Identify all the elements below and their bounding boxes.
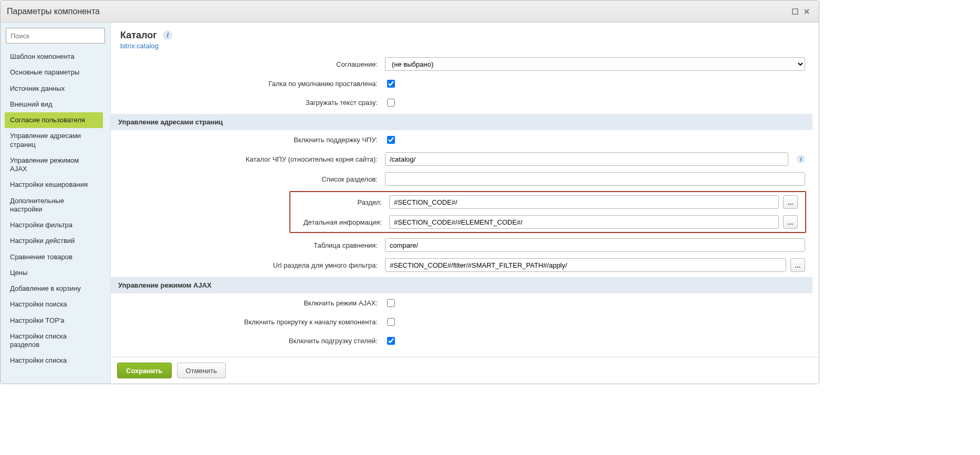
label-sections: Список разделов: (118, 175, 385, 183)
sidebar-item-1[interactable]: Основные параметры (5, 65, 103, 80)
label-agreement: Соглашение: (118, 60, 385, 68)
footer: Сохранить Отменить (111, 357, 819, 384)
sidebar-item-8[interactable]: Дополнительные настройки (5, 193, 103, 218)
sidebar-item-5[interactable]: Управление адресами страниц (5, 128, 103, 153)
page-title: Каталог (120, 30, 157, 41)
row-smart-filter: Url раздела для умного фильтра: ... (111, 255, 812, 275)
sidebar-item-6[interactable]: Управление режимом AJAX (5, 153, 103, 177)
main: Каталог i bitrix:catalog Соглашение: (не… (111, 23, 819, 384)
sidebar-item-9[interactable]: Настройки фильтра (5, 217, 103, 233)
sef-enable-checkbox[interactable] (387, 136, 395, 144)
row-ajax-styles: Включить подгрузку стилей: (111, 331, 812, 350)
label-smart-filter: Url раздела для умного фильтра: (118, 261, 385, 269)
titlebar: Параметры компонента (1, 1, 819, 23)
label-load-immediately: Загружать текст сразу: (118, 99, 385, 107)
row-sections: Список разделов: (111, 169, 812, 189)
sidebar-item-3[interactable]: Внешний вид (5, 97, 103, 112)
search-box (6, 28, 105, 44)
smart-filter-input[interactable] (385, 258, 786, 272)
row-section: Раздел: ... (290, 192, 805, 212)
label-compare: Таблица сравнения: (118, 241, 385, 249)
label-ajax-enable: Включить режим AJAX: (118, 299, 385, 307)
load-immediately-checkbox[interactable] (387, 99, 395, 107)
sidebar-item-11[interactable]: Сравнение товаров (5, 249, 103, 265)
info-icon[interactable]: i (163, 30, 172, 40)
sidebar-item-0[interactable]: Шаблон компонента (5, 49, 103, 65)
detail-input[interactable] (389, 215, 779, 229)
sidebar-item-17[interactable]: Настройки списка (5, 353, 103, 368)
label-ajax-styles: Включить подгрузку стилей: (118, 337, 385, 345)
section-ajax-heading: Управление режимом AJAX (111, 277, 812, 293)
row-agreement: Соглашение: (не выбрано) (111, 54, 812, 74)
sidebar-item-13[interactable]: Добавление в корзину (5, 281, 103, 297)
sidebar-item-4[interactable]: Согласие пользователя (5, 112, 103, 128)
section-url-heading: Управление адресами страниц (111, 114, 812, 130)
row-ajax-scroll: Включить прокрутку к началу компонента: (111, 312, 812, 331)
default-checked-checkbox[interactable] (387, 80, 395, 88)
sidebar-item-10[interactable]: Настройки действий (5, 233, 103, 249)
ajax-scroll-checkbox[interactable] (387, 318, 395, 326)
row-ajax-enable: Включить режим AJAX: (111, 293, 812, 312)
label-sef-enable: Включить поддержку ЧПУ: (118, 136, 385, 144)
sidebar-item-16[interactable]: Настройки списка разделов (5, 329, 103, 353)
save-button[interactable]: Сохранить (117, 363, 172, 378)
component-params-window: Параметры компонента Шаблон компонентаОс… (0, 0, 819, 384)
header: Каталог i bitrix:catalog (111, 23, 819, 54)
search-input[interactable] (6, 28, 105, 43)
row-default-checked: Галка по умолчанию проставлена: (111, 74, 812, 93)
sidebar-item-7[interactable]: Настройки кеширования (5, 177, 103, 193)
sidebar-item-2[interactable]: Источник данных (5, 81, 103, 97)
detail-lookup-button[interactable]: ... (783, 215, 798, 229)
sections-input[interactable] (385, 172, 805, 186)
info-icon[interactable]: i (797, 155, 805, 163)
svg-rect-0 (793, 9, 798, 14)
smart-filter-lookup-button[interactable]: ... (790, 258, 805, 272)
label-default-checked: Галка по умолчанию проставлена: (118, 80, 385, 88)
maximize-icon[interactable] (789, 6, 801, 17)
component-code: bitrix:catalog (120, 42, 809, 50)
ajax-enable-checkbox[interactable] (387, 299, 395, 307)
label-ajax-scroll: Включить прокрутку к началу компонента: (118, 318, 385, 326)
sidebar-item-14[interactable]: Настройки поиска (5, 297, 103, 312)
highlighted-rows: Раздел: ... Детальная информация: ... (289, 191, 806, 233)
window-title: Параметры компонента (7, 7, 100, 16)
content-scroll[interactable]: Соглашение: (не выбрано) Галка по умолча… (111, 54, 819, 357)
label-section: Раздел: (298, 198, 389, 206)
row-compare: Таблица сравнения: (111, 235, 812, 255)
agreement-select[interactable]: (не выбрано) (385, 57, 805, 71)
row-sef-folder: Каталог ЧПУ (относительно корня сайта): … (111, 149, 812, 169)
section-lookup-button[interactable]: ... (783, 195, 798, 209)
ajax-styles-checkbox[interactable] (387, 337, 395, 345)
label-sef-folder: Каталог ЧПУ (относительно корня сайта): (118, 155, 385, 163)
sidebar-item-12[interactable]: Цены (5, 265, 103, 281)
sidebar: Шаблон компонентаОсновные параметрыИсточ… (1, 23, 111, 384)
row-detail: Детальная информация: ... (290, 212, 805, 232)
row-sef-enable: Включить поддержку ЧПУ: (111, 130, 812, 149)
sidebar-scroll[interactable]: Шаблон компонентаОсновные параметрыИсточ… (5, 49, 106, 379)
row-load-immediately: Загружать текст сразу: (111, 93, 812, 112)
cancel-button[interactable]: Отменить (177, 363, 226, 378)
compare-input[interactable] (385, 238, 805, 252)
close-icon[interactable] (801, 6, 812, 17)
sef-folder-input[interactable] (385, 152, 788, 166)
sidebar-item-15[interactable]: Настройки TOP'a (5, 313, 103, 329)
section-input[interactable] (389, 195, 779, 209)
label-detail: Детальная информация: (298, 218, 389, 226)
